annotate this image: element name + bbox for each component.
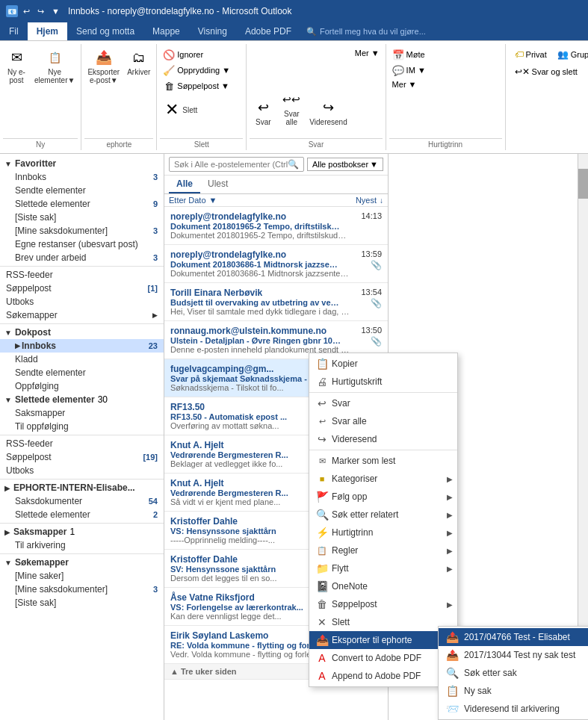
svar-btn[interactable]: ↩ Svar: [250, 96, 276, 128]
sidebar-item-siste-sak2[interactable]: [Siste sak]: [0, 596, 164, 609]
sidebar-item-siste-sak[interactable]: [Siste sak]: [0, 211, 164, 224]
cm-regler[interactable]: 📋 Regler ▶: [309, 541, 457, 559]
all-mailboxes-btn[interactable]: Alle postbokser ▼: [307, 158, 383, 171]
email-item-2[interactable]: noreply@trondelagfylke.no Dokument 20180…: [164, 245, 388, 283]
svar-alle-btn[interactable]: ↩↩ Svaralle: [278, 87, 305, 128]
ignorer-btn[interactable]: 🚫 Ignorer: [160, 47, 243, 62]
privat-btn[interactable]: 🏷 Privat: [512, 46, 550, 63]
sort-label[interactable]: Etter Dato: [169, 196, 206, 205]
saksmapper-ep-header[interactable]: ▶ Saksmapper 1: [0, 525, 164, 539]
cm-sok-relatert[interactable]: 🔍 Søk etter relatert ▶: [309, 506, 457, 524]
cm-videresend[interactable]: ↪ Videresend: [309, 430, 457, 448]
sidebar-item-til-oppfolging[interactable]: Til oppfølging: [0, 420, 164, 433]
im-btn[interactable]: 💬 IM ▼: [389, 63, 502, 78]
sort-dir[interactable]: Nyest: [356, 196, 377, 205]
cm-hurtigtrinn[interactable]: ⚡ Hurtigtrinn ▶: [309, 524, 457, 541]
cm-convert-adobe[interactable]: A Convert to Adobe PDF: [309, 649, 457, 667]
videresend-btn[interactable]: ↪ Videresend: [306, 96, 350, 128]
svar-og-slett-btn[interactable]: ↩✕ Svar og slett: [512, 65, 581, 78]
tab-fil[interactable]: Fil: [0, 22, 28, 40]
eksporter-epost-btn[interactable]: 📤 Eksportere-post▼: [84, 46, 123, 137]
cm-svar[interactable]: ↩ Svar: [309, 394, 457, 412]
soppelpost-btn[interactable]: 🗑 Søppelpost ▼: [160, 78, 243, 93]
cm-svar-alle[interactable]: ↩ Svar alle: [309, 412, 457, 430]
email-tab-alle[interactable]: Alle: [169, 176, 200, 193]
sidebar-item-rss2[interactable]: RSS-feeder: [0, 437, 164, 450]
cm-eksporter-ephorte[interactable]: 📤 Eksporter til ephorte ▶: [309, 631, 457, 649]
sidebar-item-mine-saksdok2[interactable]: [Mine saksdokumenter] 3: [0, 583, 164, 596]
sub-item-1[interactable]: 📤 2017/04766 Test - Elisabet: [439, 628, 588, 646]
mer-btn[interactable]: Mer ▼: [352, 46, 383, 59]
sidebar-item-kladd[interactable]: Kladd: [0, 353, 164, 366]
sidebar-item-sendte-fav[interactable]: Sendte elementer: [0, 184, 164, 197]
tab-mappe[interactable]: Mappe: [143, 22, 189, 40]
email-item-3[interactable]: Torill Einara Nerbøvik Budsjett til over…: [164, 283, 388, 321]
email-item-1[interactable]: noreply@trondelagfylke.no Dokument 20180…: [164, 207, 388, 245]
sidebar-item-innboks-fav[interactable]: Innboks 3: [0, 170, 164, 184]
sidebar-item-saksmapper[interactable]: Saksmapper: [0, 406, 164, 420]
ny-epost-btn[interactable]: ✉ Ny e-post: [3, 46, 30, 137]
slett-btn[interactable]: ✕ Slett: [160, 93, 200, 126]
mer2-btn[interactable]: Mer ▼: [389, 78, 502, 90]
sub-item-5[interactable]: 📨 Videresend til arkivering: [439, 700, 588, 718]
nye-elementer-label: Nyeelementer▼: [34, 68, 75, 84]
cm-append-adobe[interactable]: A Append to Adobe PDF: [309, 667, 457, 685]
favoritter-header[interactable]: ▼ Favoritter: [0, 157, 164, 170]
ribbon-search[interactable]: Fortell meg hva du vil gjøre...: [320, 27, 426, 36]
cm-flytt[interactable]: 📁 Flytt ▶: [309, 559, 457, 577]
cm-kopier[interactable]: 📋 Kopier: [309, 355, 457, 373]
sidebar-item-oppfolging[interactable]: Oppfølging: [0, 379, 164, 393]
tab-hjem[interactable]: Hjem: [28, 22, 67, 40]
sidebar-item-egne-restanser[interactable]: Egne restanser (ubesvart post): [0, 238, 164, 251]
cm-slett[interactable]: ✕ Slett: [309, 613, 457, 631]
sidebar-item-rss[interactable]: RSS-feeder: [0, 268, 164, 282]
sidebar-item-mine-saksdok[interactable]: [Mine saksdokumenter] 3: [0, 224, 164, 238]
qa-drop[interactable]: ▼: [49, 7, 62, 16]
cm-soppelpost[interactable]: 🗑 Søppelpost ▶: [309, 595, 457, 613]
ephorte-header[interactable]: ▶ EPHORTE-INTERN-Elisabe...: [0, 481, 164, 494]
cm-soppelpost-icon: 🗑: [315, 598, 329, 611]
cm-folg-opp[interactable]: 🚩 Følg opp ▶: [309, 488, 457, 506]
sokemapper-ep-header[interactable]: ▼ Søkemapper: [0, 556, 164, 569]
sub-item-3[interactable]: 🔍 Søk etter sak: [439, 664, 588, 682]
sidebar-item-innboks-dok[interactable]: ▶ Innboks 23: [0, 339, 164, 353]
sidebar-item-saksdok-ep[interactable]: Saksdokumenter 54: [0, 494, 164, 508]
utboks-label: Utboks: [6, 297, 34, 307]
gruppe-epost-btn[interactable]: 👥 Gruppe-e-post: [554, 46, 588, 63]
mote-btn[interactable]: 📅 Møte: [389, 47, 502, 62]
sidebar-item-slettede-fav[interactable]: Slettede elementer 9: [0, 197, 164, 211]
tab-send[interactable]: Send og motta: [67, 22, 143, 40]
sidebar-item-soppelpost[interactable]: Søppelpost [1]: [0, 282, 164, 295]
saksmapper-label: Saksmapper: [15, 408, 65, 418]
sidebar-item-utboks2[interactable]: Utboks: [0, 464, 164, 477]
sub-item-4[interactable]: 📋 Ny sak: [439, 682, 588, 700]
sidebar-item-brev[interactable]: Brev under arbeid 3: [0, 251, 164, 264]
tab-visning[interactable]: Visning: [189, 22, 236, 40]
search-input[interactable]: [174, 160, 288, 169]
nye-elementer-btn[interactable]: 📋 Nyeelementer▼: [31, 46, 78, 137]
sidebar-item-utboks[interactable]: Utboks: [0, 295, 164, 308]
sidebar-item-slettede-ep[interactable]: Slettede elementer 2: [0, 508, 164, 521]
cm-marker-lest[interactable]: ✉ Marker som lest: [309, 452, 457, 470]
slettede-header[interactable]: ▼ Slettede elementer 30: [0, 393, 164, 406]
sidebar-item-sendte-dok[interactable]: Sendte elementer: [0, 366, 164, 379]
dokpost-header[interactable]: ▼ Dokpost: [0, 326, 164, 339]
cm-hurtigtrinn-icon: ⚡: [315, 526, 329, 539]
tab-adobe[interactable]: Adobe PDF: [236, 22, 300, 40]
email-tab-ulest[interactable]: Ulest: [200, 176, 235, 193]
search-box[interactable]: 🔍: [169, 157, 304, 172]
cm-hurtigutskrift[interactable]: 🖨 Hurtigutskrift: [309, 373, 457, 391]
sidebar-item-soppelpost2[interactable]: Søppelpost [19]: [0, 450, 164, 464]
scroll-thumb[interactable]: [578, 169, 588, 199]
sub-item-2[interactable]: 📤 2017/13044 Test ny sak test: [439, 646, 588, 664]
sidebar-item-sokemapper[interactable]: Søkemapper ▶: [0, 308, 164, 322]
cm-kategoriser[interactable]: ■ Kategoriser ▶: [309, 470, 457, 488]
sidebar-item-mine-saker[interactable]: [Mine saker]: [0, 569, 164, 583]
opprett-ny-btn[interactable]: Opprett ny: [512, 80, 588, 92]
undo-btn[interactable]: ↩: [21, 7, 32, 16]
redo-btn[interactable]: ↪: [35, 7, 46, 16]
arkiver-btn[interactable]: 🗂 Arkiver: [124, 46, 153, 137]
cm-onenote[interactable]: 📓 OneNote: [309, 577, 457, 595]
opprydding-btn[interactable]: 🧹 Opprydding ▼: [160, 63, 243, 78]
sidebar-item-til-arkivering[interactable]: Til arkivering: [0, 539, 164, 552]
